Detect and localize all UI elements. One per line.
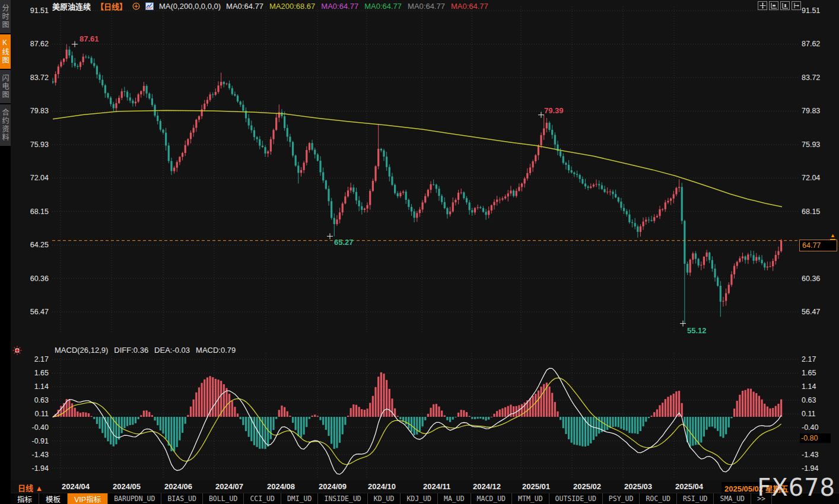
macd-histogram bbox=[52, 372, 782, 451]
macd-tick-left: -1.94 bbox=[21, 464, 49, 473]
ma-value-label: MA200:68.67 bbox=[269, 2, 315, 11]
price-annotation: 79.39 bbox=[544, 106, 564, 115]
macd-tick-left: 0.63 bbox=[21, 396, 49, 404]
period-tag: 【日线】 bbox=[96, 1, 127, 12]
toolbar-tab-VIP指标[interactable]: VIP指标 bbox=[68, 493, 108, 504]
latest-price-marker-icon: ▲ bbox=[830, 233, 835, 240]
macd-tick-right: -1.43 bbox=[802, 451, 829, 459]
sidebar: 分时图K线图闪电图合约资料 bbox=[0, 0, 11, 504]
x-axis-month-label: 2024/12 bbox=[473, 482, 501, 491]
macd-tick-left: 0.11 bbox=[21, 410, 49, 418]
x-axis-month-label: 2025/04 bbox=[675, 482, 703, 491]
macd-header: MACD(26,12,9) DIFF:0.36 DEA:-0.03 MACD:0… bbox=[55, 346, 236, 355]
sidebar-tab-合约资料[interactable]: 合约资料 bbox=[0, 104, 11, 146]
macd-tick-right: 1.65 bbox=[802, 369, 829, 377]
indicator-button-MTM_UD[interactable]: MTM_UD bbox=[512, 493, 549, 504]
bottom-toolbar: 指标模板VIP指标BARUPDN_UDBIAS_UDBOLL_UDCCI_UDD… bbox=[11, 493, 839, 504]
fit-horizontal-icon[interactable] bbox=[769, 1, 778, 10]
y-axis-tick-right: 75.93 bbox=[802, 141, 829, 149]
y-axis-tick-left: 56.47 bbox=[21, 308, 49, 316]
chart-type-icon[interactable] bbox=[145, 2, 154, 10]
indicator-button-BARUPDN_UD[interactable]: BARUPDN_UD bbox=[108, 493, 161, 504]
y-axis-tick-right: 56.47 bbox=[802, 308, 829, 316]
y-axis-tick-right: 60.36 bbox=[802, 275, 829, 283]
indicator-button-BOLL_UD[interactable]: BOLL_UD bbox=[203, 493, 244, 504]
macd-tick-left: 1.14 bbox=[21, 382, 49, 391]
gridlines bbox=[52, 7, 798, 478]
x-axis-month-label: 2024/09 bbox=[319, 482, 347, 491]
macd-tick-right: 2.17 bbox=[802, 355, 829, 363]
indicator-button-MACD_UD[interactable]: MACD_UD bbox=[471, 493, 512, 504]
add-indicator-icon[interactable] bbox=[132, 2, 140, 10]
x-axis-month-label: 2024/10 bbox=[368, 482, 396, 491]
indicator-button-KD_UD[interactable]: KD_UD bbox=[368, 493, 401, 504]
y-axis-tick-left: 87.62 bbox=[21, 40, 49, 48]
macd-tick-left: -1.43 bbox=[21, 451, 49, 459]
macd-tick-left: 1.65 bbox=[21, 369, 49, 377]
indicator-button-INSIDE_UD[interactable]: INSIDE_UD bbox=[318, 493, 367, 504]
ma-values: MA0:64.77MA200:68.67MA0:64.77MA0:64.77MA… bbox=[226, 2, 488, 11]
toolbar-tab-指标[interactable]: 指标 bbox=[11, 493, 39, 504]
price-annotation: 87.61 bbox=[80, 34, 99, 43]
indicator-button-SMA_UD[interactable]: SMA_UD bbox=[714, 493, 751, 504]
move-tool-icon[interactable] bbox=[758, 1, 767, 10]
macd-macd-value: MACD:0.79 bbox=[196, 346, 236, 355]
indicator-button-KDJ_UD[interactable]: KDJ_UD bbox=[401, 493, 438, 504]
y-axis-tick-right: 79.83 bbox=[802, 107, 829, 115]
period-selector[interactable]: 日线 ▲ bbox=[18, 482, 43, 493]
sidebar-tab-K线图[interactable]: K线图 bbox=[0, 34, 11, 69]
x-axis-month-label: 2025/02 bbox=[573, 482, 601, 491]
ma-value-label: MA0:64.77 bbox=[451, 2, 488, 11]
x-axis-month-label: 2024/05 bbox=[113, 482, 141, 491]
macd-params-label: MACD(26,12,9) bbox=[55, 346, 108, 355]
macd-axis-highlight-tag: -0.80 bbox=[800, 433, 831, 443]
toolbar-tab-模板[interactable]: 模板 bbox=[39, 493, 68, 504]
macd-tick-right: 0.63 bbox=[802, 396, 829, 404]
indicator-button-CCI_UD[interactable]: CCI_UD bbox=[244, 493, 281, 504]
y-axis-tick-right: 72.04 bbox=[802, 174, 829, 182]
y-axis-tick-right: 87.62 bbox=[802, 40, 829, 48]
ma-settings-label: MA(0,200,0,0,0,0) bbox=[159, 2, 221, 11]
x-axis-month-label: 2024/07 bbox=[215, 482, 243, 491]
fit-vertical-icon[interactable] bbox=[780, 1, 790, 10]
macd-tick-right: -1.94 bbox=[802, 464, 829, 473]
y-axis-tick-left: 75.93 bbox=[21, 141, 49, 149]
candlestick-series bbox=[52, 44, 782, 324]
indicator-button-PSY_UD[interactable]: PSY_UD bbox=[603, 493, 640, 504]
x-axis-month-label: 2024/04 bbox=[62, 482, 90, 491]
y-axis-tick-left: 60.36 bbox=[21, 275, 49, 283]
ma200-line bbox=[53, 110, 782, 206]
macd-dea-value: DEA:-0.03 bbox=[154, 346, 190, 355]
chart-header: 美原油连续 【日线】 MA(0,200,0,0,0,0) MA0:64.77MA… bbox=[52, 1, 488, 11]
symbol-title: 美原油连续 bbox=[52, 1, 91, 12]
ma-value-label: MA0:64.77 bbox=[408, 2, 445, 11]
indicator-button-ROC_UD[interactable]: ROC_UD bbox=[640, 493, 677, 504]
indicator-button-OUTSIDE_UD[interactable]: OUTSIDE_UD bbox=[549, 493, 603, 504]
pan-right-icon[interactable] bbox=[792, 1, 801, 10]
ma-value-label: MA0:64.77 bbox=[226, 2, 263, 11]
x-axis-month-label: 2024/11 bbox=[423, 482, 450, 491]
sidebar-tab-闪电图[interactable]: 闪电图 bbox=[0, 70, 11, 103]
y-axis-tick-left: 72.04 bbox=[21, 174, 49, 182]
x-axis-month-label: 2025/01 bbox=[522, 482, 550, 491]
macd-tick-left: -0.91 bbox=[21, 437, 49, 445]
y-axis-tick-left: 83.72 bbox=[21, 74, 49, 82]
indicator-button-MA_UD[interactable]: MA_UD bbox=[438, 493, 471, 504]
x-axis-month-label: 2025/03 bbox=[624, 482, 652, 491]
y-axis-tick-right: 83.72 bbox=[802, 74, 829, 82]
macd-tick-right: 1.14 bbox=[802, 382, 829, 391]
macd-tick-right: -0.40 bbox=[802, 423, 829, 432]
indicator-pulse-icon[interactable] bbox=[12, 345, 23, 358]
watermark-logo: FX678 bbox=[757, 476, 835, 499]
indicator-button-DMI_UD[interactable]: DMI_UD bbox=[281, 493, 319, 504]
price-annotation: 65.27 bbox=[334, 238, 354, 247]
sidebar-tab-分时图[interactable]: 分时图 bbox=[0, 0, 11, 33]
y-axis-tick-left: 64.25 bbox=[21, 241, 49, 249]
chart-canvas bbox=[0, 0, 839, 504]
chart-tool-buttons bbox=[758, 1, 801, 10]
macd-tick-left: 2.17 bbox=[21, 355, 49, 363]
indicator-button-RSI_UD[interactable]: RSI_UD bbox=[677, 493, 714, 504]
price-annotation: 55.12 bbox=[687, 326, 707, 335]
x-axis-month-label: 2024/08 bbox=[267, 482, 295, 491]
indicator-button-BIAS_UD[interactable]: BIAS_UD bbox=[161, 493, 202, 504]
